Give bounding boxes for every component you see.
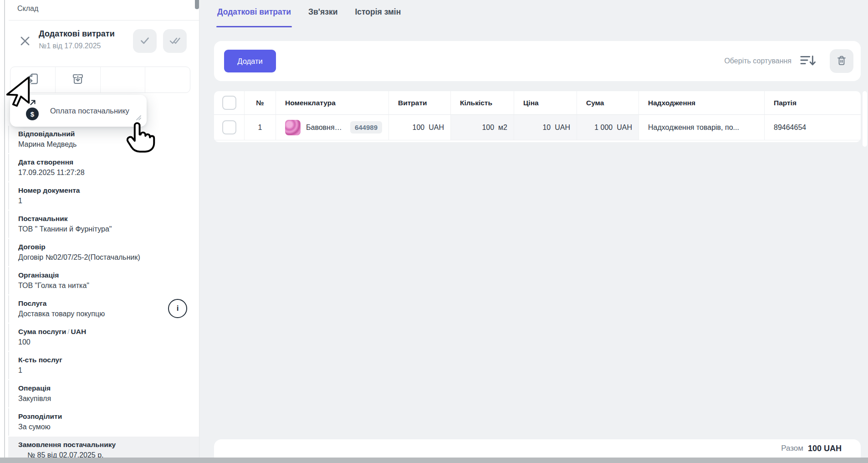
row-expense: 100UAH	[389, 115, 451, 140]
divider	[9, 20, 199, 21]
tab-additional-expenses[interactable]: Додаткові витрати	[217, 0, 291, 27]
table-toolbar-card: Додати Оберіть сортування	[214, 41, 861, 81]
delete-button[interactable]	[830, 49, 853, 73]
tab-bar: Додаткові витрати Зв'язки Історія змін	[199, 0, 868, 27]
total-label: Разом	[781, 444, 803, 453]
info-circle-icon[interactable]: i	[168, 299, 187, 318]
field-contract[interactable]: Договір Договір №02/07/25-2(Постачальник…	[8, 239, 199, 266]
toolbar-empty-cell[interactable]	[145, 67, 190, 93]
close-icon	[18, 34, 32, 49]
sort-label: Оберіть сортування	[724, 57, 791, 65]
document-title: Додаткові витрати	[39, 29, 115, 39]
double-check-icon	[168, 35, 181, 48]
totals-footer: Разом 100 UAH	[214, 439, 861, 458]
breadcrumb: Склад	[17, 5, 38, 13]
column-header-quantity: Кількість	[451, 91, 514, 115]
menu-item-pay-supplier[interactable]: $ Оплата постачальнику	[10, 95, 147, 127]
field-service-qty[interactable]: К-сть послуг 1	[8, 352, 199, 379]
toolbar-right-group: Оберіть сортування	[724, 49, 853, 73]
archive-action[interactable]	[56, 67, 101, 93]
check-icon	[139, 35, 151, 48]
resize-handle-icon	[136, 114, 142, 123]
column-header-sum: Сума	[577, 91, 639, 115]
select-all-checkbox[interactable]	[222, 96, 236, 110]
approve-button[interactable]	[133, 29, 157, 53]
field-organization[interactable]: Організація ТОВ "Голка та нитка"	[8, 267, 199, 294]
column-header-num: №	[245, 91, 276, 115]
table-header-row: № Номенклатура Витрати Кількість Ціна Су…	[214, 91, 861, 115]
main-scrollbar-thumb[interactable]	[863, 91, 867, 147]
create-document-action[interactable]	[10, 67, 56, 93]
dollar-circle-arrow-icon: $	[26, 99, 39, 122]
file-export-icon	[25, 71, 41, 88]
approve-all-button[interactable]	[163, 29, 187, 53]
document-subtitle: №1 від 17.09.2025	[39, 42, 101, 50]
product-thumbnail	[285, 120, 301, 135]
archive-down-icon	[70, 71, 86, 88]
main-content: Додаткові витрати Зв'язки Історія змін Д…	[199, 0, 868, 458]
tab-change-history[interactable]: Історія змін	[355, 0, 401, 27]
add-button[interactable]: Додати	[224, 50, 276, 72]
column-header-expenses: Витрати	[389, 91, 451, 115]
expenses-table: № Номенклатура Витрати Кількість Ціна Су…	[214, 91, 861, 142]
field-responsible[interactable]: Відповідальний Марина Медведь	[8, 126, 199, 153]
tab-relations[interactable]: Зв'язки	[308, 0, 337, 27]
close-button[interactable]	[17, 34, 33, 49]
total-value: 100 UAH	[808, 444, 842, 453]
app-window: Склад Додаткові витрати №1 від 17.09.202…	[0, 0, 868, 463]
document-actions-toolbar	[10, 67, 190, 93]
row-sum: 1 000UAH	[577, 115, 639, 140]
window-bottom-edge	[0, 458, 868, 463]
column-header-nomenclature: Номенклатура	[276, 91, 389, 115]
row-num: 1	[245, 115, 276, 140]
field-document-number[interactable]: Номер документа 1	[8, 182, 199, 210]
field-created-date[interactable]: Дата створення 17.09.2025 11:27:28	[8, 154, 199, 181]
row-price: 10UAH	[514, 115, 577, 140]
field-distribute[interactable]: Розподілити За сумою	[8, 408, 199, 436]
menu-item-label: Оплата постачальнику	[50, 107, 129, 115]
field-service-sum[interactable]: Сума послуги/UAH 100	[8, 324, 199, 351]
row-receipt: Надходження товарів, по...	[639, 115, 765, 140]
field-operation[interactable]: Операція Закупівля	[8, 380, 199, 407]
column-header-receipt: Надходження	[639, 91, 765, 115]
column-header-batch: Партія	[765, 91, 861, 115]
document-sidebar: Склад Додаткові витрати №1 від 17.09.202…	[5, 0, 199, 458]
product-code-badge: 644989	[350, 121, 382, 134]
sort-selector[interactable]: Оберіть сортування	[724, 52, 816, 70]
trash-icon	[835, 54, 848, 69]
field-supplier[interactable]: Постачальник ТОВ " Тканини й Фурнітура"	[8, 211, 199, 238]
table-row[interactable]: 1 Бавовняна ... 644989 100UAH 100м2 10UA…	[214, 115, 861, 140]
document-fields: Відповідальний Марина Медведь Дата створ…	[5, 126, 199, 463]
row-checkbox[interactable]	[222, 120, 236, 134]
sidebar-scrollbar-thumb[interactable]	[195, 0, 199, 9]
column-header-price: Ціна	[514, 91, 577, 115]
row-batch: 89464654	[765, 115, 861, 140]
row-nomenclature: Бавовняна ... 644989	[276, 115, 389, 140]
toolbar-empty-cell[interactable]	[101, 67, 146, 93]
field-service[interactable]: Послуга Доставка товару покупцю i	[8, 295, 199, 323]
sort-descending-icon	[791, 52, 816, 70]
row-quantity: 100м2	[451, 115, 514, 140]
product-name: Бавовняна ...	[306, 123, 344, 132]
